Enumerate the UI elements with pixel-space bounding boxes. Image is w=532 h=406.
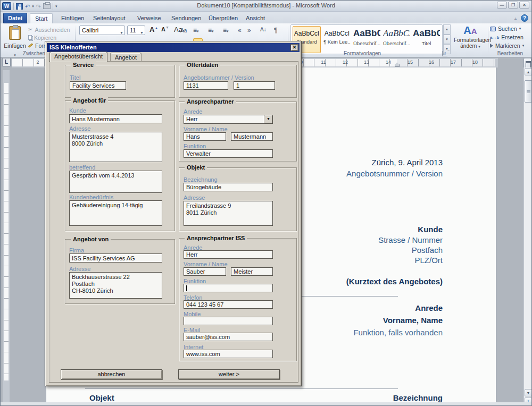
dialog-tab-angebotsuebersicht[interactable]: Angebotsübersicht bbox=[49, 52, 107, 62]
iss-name-input[interactable] bbox=[231, 267, 273, 276]
search-icon bbox=[490, 27, 496, 31]
format-painter-icon bbox=[28, 43, 33, 47]
select-button[interactable]: Markieren▾ bbox=[490, 41, 530, 50]
tab-stop-selector[interactable]: L bbox=[2, 58, 11, 66]
scrollbar-thumb[interactable] bbox=[525, 80, 532, 103]
font-size-combo[interactable]: 11▼ bbox=[127, 26, 145, 35]
kunde-input[interactable] bbox=[69, 114, 162, 123]
doc-date-line: Zürich, 9. April 2013 bbox=[372, 158, 443, 167]
shrink-font-button[interactable]: A▼ bbox=[161, 26, 169, 32]
style-item-ueberschrift1[interactable]: AaBbC Überschrif... bbox=[353, 26, 381, 53]
next-button[interactable]: weiter > bbox=[178, 369, 280, 379]
copy-button[interactable]: Kopieren bbox=[28, 33, 81, 41]
chevron-down-icon[interactable]: ▼ bbox=[140, 29, 144, 37]
font-name-combo[interactable]: Calibri▼ bbox=[79, 26, 125, 35]
name-input[interactable] bbox=[231, 132, 273, 141]
anrede-combobox[interactable]: Herr ▼ bbox=[184, 115, 273, 124]
kunde-adresse-textarea[interactable]: Musterstrasse 4 8000 Zürich bbox=[69, 132, 162, 162]
style-item-kein-leerraum[interactable]: AaBbCcI ¶ Kein Lee... bbox=[323, 26, 351, 53]
close-button[interactable]: ✕ bbox=[519, 2, 529, 9]
funktion-input[interactable] bbox=[184, 149, 273, 158]
styles-gallery: AaBbCcI Standard AaBbCcI ¶ Kein Lee... A… bbox=[290, 24, 443, 54]
gallery-up-icon[interactable]: ▲ bbox=[443, 24, 451, 35]
internet-input[interactable] bbox=[184, 350, 273, 358]
tab-sendungen[interactable]: Sendungen bbox=[167, 13, 206, 23]
tab-ansicht[interactable]: Ansicht bbox=[241, 13, 270, 23]
titel-input[interactable] bbox=[70, 81, 126, 90]
bezeichnung-input[interactable] bbox=[184, 183, 273, 191]
doc-vorname-name: Vorname, Name bbox=[383, 316, 443, 325]
doc-version-line: Angebotsnummer / Version bbox=[346, 169, 443, 178]
editing-group-label: Bearbeiten bbox=[490, 50, 530, 56]
copy-icon bbox=[28, 35, 32, 40]
chevron-down-icon[interactable]: ▼ bbox=[120, 29, 123, 37]
group-separator bbox=[488, 25, 488, 55]
mobile-input[interactable] bbox=[184, 317, 273, 325]
decrease-indent-icon[interactable]: « bbox=[238, 27, 242, 34]
firma-input[interactable] bbox=[69, 253, 162, 263]
clipboard-icon bbox=[9, 26, 21, 40]
grow-font-button[interactable]: A▲ bbox=[149, 26, 158, 33]
tab-datei[interactable]: Datei bbox=[3, 13, 27, 23]
betreffend-textarea[interactable]: Gespräch vom 4.4.2013 bbox=[69, 171, 162, 193]
pilcrow-icon[interactable]: ¶ bbox=[274, 27, 277, 34]
doc-strasse: Strasse / Nummer bbox=[378, 235, 443, 244]
window-title: Dokument10 [Kompatibilitätsmodus] - Micr… bbox=[1, 2, 531, 9]
style-item-titel[interactable]: AaBbC Titel bbox=[412, 26, 440, 53]
cancel-button[interactable]: abbrechen bbox=[61, 369, 162, 379]
cut-button[interactable]: ✂ Ausschneiden bbox=[28, 26, 81, 33]
scissors-icon: ✂ bbox=[28, 27, 32, 32]
word-window: W ↶ ▾ ↷ ▾ Dokument10 [Kompatibilitätsmod… bbox=[0, 0, 532, 406]
ribbon-tab-row: Datei Start Einfügen Seitenlayout Verwei… bbox=[1, 12, 531, 23]
tab-seitenlayout[interactable]: Seitenlayout bbox=[88, 13, 130, 23]
version-input[interactable] bbox=[234, 81, 275, 90]
tab-ueberpruefen[interactable]: Überprüfen bbox=[204, 13, 243, 23]
combo-dropdown-icon[interactable]: ▼ bbox=[264, 115, 272, 123]
iss-funktion-input[interactable] bbox=[184, 284, 273, 292]
styles-dialog-launcher-icon[interactable]: ◿ bbox=[442, 51, 447, 56]
numbering-icon[interactable]: ≡▾ bbox=[208, 27, 214, 34]
minimize-button[interactable]: — bbox=[497, 2, 507, 9]
increase-indent-icon[interactable]: » bbox=[247, 27, 251, 34]
firma-adresse-textarea[interactable]: Buckhauserstrasse 22 Postfach CH-8010 Zü… bbox=[69, 272, 162, 299]
minimize-ribbon-icon[interactable]: ▵ bbox=[514, 16, 517, 21]
iss-anrede-input[interactable] bbox=[184, 250, 273, 259]
doc-objekt: Objekt bbox=[89, 393, 114, 402]
doc-plz-ort: PLZ/Ort bbox=[414, 256, 443, 265]
window-titlebar: W ↶ ▾ ↷ ▾ Dokument10 [Kompatibilitätsmod… bbox=[1, 1, 531, 12]
email-input[interactable] bbox=[184, 333, 273, 341]
cursor-icon bbox=[490, 44, 493, 48]
vertical-scrollbar[interactable]: ▲ ▼ ± bbox=[523, 67, 532, 406]
dialog-close-icon[interactable]: ✕ bbox=[290, 44, 298, 51]
tab-einfuegen[interactable]: Einfügen bbox=[56, 13, 89, 23]
doc-funktion: Funktion, falls vorhanden bbox=[353, 328, 443, 337]
vorname-input[interactable] bbox=[184, 132, 226, 141]
replace-icon: a↔b bbox=[490, 35, 499, 40]
styles-gallery-scroll: ▲ ▼ ▼̲ bbox=[443, 24, 451, 54]
bullets-icon[interactable]: ≡▾ bbox=[193, 27, 199, 34]
scroll-up-icon[interactable]: ▲ bbox=[525, 68, 532, 75]
maximize-button[interactable]: ❐ bbox=[508, 2, 518, 9]
iss-kleinofferten-dialog: ISS Kleinofferten ✕ Angebotsübersicht An… bbox=[45, 41, 302, 386]
objekt-adresse-textarea[interactable]: Freilandstrasse 9 8011 Zürich bbox=[184, 201, 273, 226]
find-button[interactable]: Suchen▾ bbox=[490, 24, 530, 33]
sort-icon[interactable]: A↓ bbox=[260, 27, 267, 32]
multilevel-list-icon[interactable]: ≡▾ bbox=[223, 27, 229, 34]
telefon-input[interactable] bbox=[184, 300, 273, 309]
phonetic-guide-icon[interactable]: Aa bbox=[180, 27, 187, 34]
gallery-down-icon[interactable]: ▼ bbox=[443, 35, 451, 45]
change-styles-button[interactable]: AA Formatvorlagen ändern ▾ bbox=[454, 24, 487, 55]
help-icon[interactable]: ? bbox=[521, 14, 528, 22]
dialog-tab-angebot[interactable]: Angebot bbox=[110, 53, 142, 62]
replace-button[interactable]: a↔b Ersetzen bbox=[490, 33, 530, 41]
vertical-ruler[interactable] bbox=[3, 70, 10, 404]
ruler-toggle-button[interactable] bbox=[523, 58, 531, 69]
tab-verweise[interactable]: Verweise bbox=[132, 13, 166, 23]
scroll-down-icon[interactable]: ▼ bbox=[525, 389, 532, 396]
iss-vorname-input[interactable] bbox=[184, 267, 226, 276]
kundenbeduerfnis-textarea[interactable]: Gebäudereinigung 14-tägig bbox=[69, 200, 162, 226]
dialog-titlebar[interactable]: ISS Kleinofferten ✕ bbox=[47, 43, 300, 52]
style-item-ueberschrift2[interactable]: AaBbC. Überschrif... bbox=[383, 26, 411, 53]
tab-start[interactable]: Start bbox=[30, 13, 53, 23]
angebotsnummer-input[interactable] bbox=[184, 81, 228, 90]
